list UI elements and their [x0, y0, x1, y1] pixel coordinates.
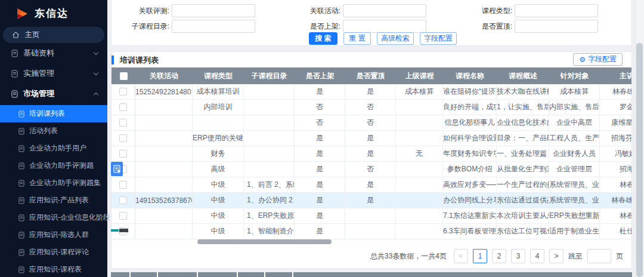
- app-window: 东信达 主页 基础资料 实施管理: [0, 0, 644, 277]
- next-page-button[interactable]: >: [549, 249, 564, 263]
- table-cell: 企业信息化技术的一: [497, 115, 549, 130]
- table-cell: 东信达工位可视化管: [497, 224, 549, 239]
- sidebar-item-link[interactable]: 应用知识-筛选人群: [0, 226, 107, 244]
- table-cell: 谁在阻碍你“提济成: [443, 84, 497, 99]
- pagination: 总共33条数据，一共4页 < 1234 > 跳至 页: [370, 249, 623, 263]
- table-cell: 适用于制造业生产过: [549, 224, 600, 239]
- table-row[interactable]: ERP使用的关键-如何是是如何科学合理设置BO目录：一、产品BO工程人员、生产人…: [112, 131, 631, 146]
- sidebar-group-implementation[interactable]: 实施管理: [0, 63, 107, 84]
- sidebar-item-link[interactable]: 活动列表: [0, 122, 107, 140]
- select-all-checkbox[interactable]: [120, 72, 128, 80]
- table-row[interactable]: 否否信息化那些事儿企业信息化技术的一企业中高层康维星-信: [112, 115, 631, 131]
- sidebar-group-basic-data[interactable]: 基础资料: [0, 43, 107, 63]
- course-type-input[interactable]: [515, 4, 598, 17]
- page-scrollbar-thumb[interactable]: [636, 43, 643, 277]
- table-cell: 系统管理员、业务主: [549, 193, 600, 208]
- table-cell: [345, 224, 396, 239]
- sidebar-item-home[interactable]: 主页: [3, 27, 104, 43]
- page-button-1[interactable]: 1: [473, 249, 487, 263]
- page-button-4[interactable]: 4: [530, 249, 544, 263]
- table-row[interactable]: 财务是是无年度财务知识专项培一、业务处理篇 1.1企业财务人员冯敏婷-: [112, 146, 631, 162]
- table-cell: 年度财务知识专项培: [443, 146, 497, 161]
- row-checkbox[interactable]: [119, 119, 127, 127]
- table-row[interactable]: 中级1、前言 2、系统概述是是高效应对多变——AP一个生产过程的执行系统管理员、…: [112, 177, 631, 193]
- advanced-search-button[interactable]: 高级检索: [377, 32, 414, 45]
- sidebar-item-label: 应用知识-产品列表: [29, 195, 89, 205]
- horizontal-scrollbar[interactable]: [197, 239, 332, 244]
- sidebar-group-market[interactable]: 市场管理: [0, 84, 107, 104]
- table-row[interactable]: 高级是否参数BOM介绍从批量化生产到定制企业管理层招海: [112, 162, 631, 177]
- table-cell: 康维星-信: [600, 115, 631, 130]
- table-cell: 高级: [193, 162, 244, 177]
- row-checkbox[interactable]: [119, 212, 127, 220]
- sidebar-item-link[interactable]: 应用知识-课程表: [0, 261, 107, 277]
- data-table: 关联活动课程类型子课程目录是否上架是否置顶上级课程课程名称课程概述针对对象主讲 …: [112, 67, 631, 239]
- field-config-button[interactable]: ⚙ 字段配置: [573, 53, 623, 66]
- field-config-label: 字段配置: [588, 54, 617, 64]
- page-button-3[interactable]: 3: [511, 249, 525, 263]
- table-cell: 林春雄-信: [600, 193, 631, 208]
- row-checkbox[interactable]: [119, 150, 127, 158]
- table-cell: 6.3车间看板管理系统: [443, 224, 497, 239]
- table-cell: 系统管理员、业务主: [549, 177, 600, 192]
- table-cell: [244, 100, 295, 115]
- table-cell: [135, 131, 193, 146]
- prev-page-button[interactable]: <: [454, 249, 468, 263]
- row-checkbox[interactable]: [119, 134, 127, 142]
- related-assessment-input[interactable]: [172, 4, 255, 17]
- column-header: 课程名称: [443, 67, 497, 84]
- gear-icon: ⚙: [579, 56, 586, 64]
- table-cell: 招海: [600, 162, 631, 177]
- row-checkbox[interactable]: [119, 103, 127, 111]
- search-button[interactable]: 搜 索: [309, 32, 338, 45]
- sidebar-item-link[interactable]: 应用知识-产品列表: [0, 192, 107, 209]
- sidebar-item-link[interactable]: 企业动力助手评测题集: [0, 174, 107, 192]
- jump-page-input[interactable]: [587, 249, 611, 263]
- sidebar-item-link[interactable]: 企业动力助手用户: [0, 140, 107, 157]
- sidebar-item-link[interactable]: 应用知识-课程评论: [0, 244, 107, 261]
- logo-play-icon: [16, 7, 29, 20]
- field-label: 关联活动:: [286, 6, 343, 16]
- table-row[interactable]: 1525249228148019成本核算培训是是成本核算谁在阻碍你“提济成技术大…: [112, 84, 631, 100]
- page-button-2[interactable]: 2: [492, 249, 506, 263]
- sidebar-item-link[interactable]: 应用知识-企业信息化阶段: [0, 209, 107, 226]
- table-cell: 一个生产过程的执行: [497, 177, 549, 192]
- table-cell: 是: [345, 146, 396, 161]
- is-pinned-input[interactable]: [515, 20, 598, 33]
- sidebar-item-link[interactable]: 企业动力助手评测题: [0, 157, 107, 174]
- document-icon: [18, 214, 24, 221]
- chevron-down-icon: [94, 50, 98, 54]
- reset-button[interactable]: 重 置: [343, 32, 371, 45]
- table-cell: 林春: [600, 208, 631, 223]
- document-icon: [18, 180, 24, 187]
- table-cell: [135, 224, 193, 239]
- is-listed-input[interactable]: [343, 20, 426, 33]
- table-cell: 否: [345, 100, 396, 115]
- table-scroll-area[interactable]: 关联活动课程类型子课程目录是否上架是否置顶上级课程课程名称课程概述针对对象主讲 …: [112, 67, 631, 239]
- column-header: 关联活动: [135, 67, 193, 84]
- document-icon: [18, 249, 24, 256]
- document-icon: [11, 70, 18, 78]
- table-cell: [244, 162, 295, 177]
- row-checkbox[interactable]: [119, 196, 127, 204]
- table-header-row: 关联活动课程类型子课程目录是否上架是否置顶上级课程课程名称课程概述针对对象主讲: [112, 67, 631, 84]
- table-row[interactable]: 内部培训否否良好的开端，成功的1，让实施、售后人内部实施、售后人员罗金: [112, 100, 631, 115]
- related-activity-input[interactable]: [343, 4, 426, 17]
- search-panel: 关联评测: 关联活动: 课程类型: 子课程目录: 是否上架: 是否置顶: 搜 索…: [111, 0, 632, 46]
- table-cell: 中级: [193, 177, 244, 192]
- sidebar-item-active[interactable]: 培训课列表: [0, 105, 107, 122]
- table-title-bar: 培训课列表 ⚙ 字段配置: [112, 52, 631, 67]
- table-row[interactable]: 中级1、智能制造介绍 2、是6.3车间看板管理系统东信达工位可视化管适用于制造业…: [112, 224, 631, 239]
- field-is-pinned: 是否置顶:: [458, 20, 598, 33]
- document-icon: [18, 110, 24, 118]
- row-checkbox[interactable]: [119, 88, 127, 96]
- table-row[interactable]: 1491535263786700中级1、办公协同 2、系统是是办公协同线上分享会…: [112, 193, 631, 208]
- table-row[interactable]: 中级1、ERP失败原因 2、是7.1东信达重新实施E本次培训主要从总结ERP失败…: [112, 208, 631, 224]
- table-cell: 是: [345, 193, 396, 208]
- floating-form-icon[interactable]: [111, 162, 123, 176]
- table-cell: 1、ERP失败原因 2、: [244, 208, 295, 223]
- field-config-button-top[interactable]: 字段配置: [420, 32, 457, 45]
- sidebar-group-label: 实施管理: [23, 68, 94, 79]
- subcourse-catalog-input[interactable]: [172, 20, 255, 33]
- row-checkbox[interactable]: [119, 181, 127, 189]
